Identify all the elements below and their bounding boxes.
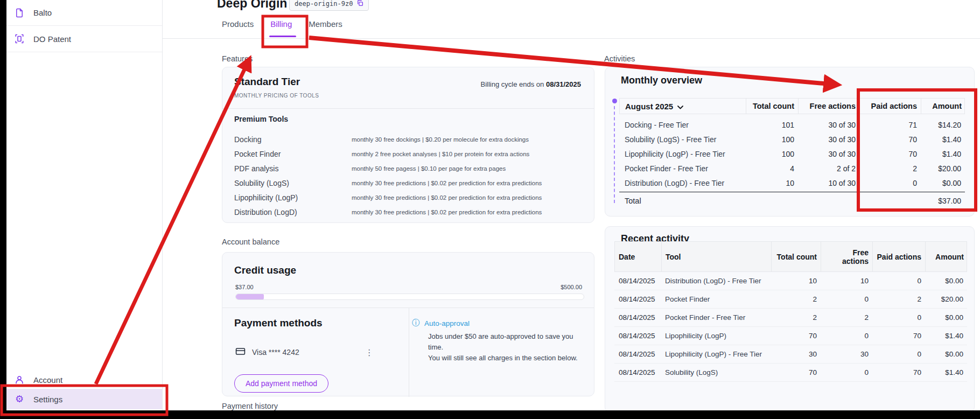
payment-methods-title: Payment methods: [234, 317, 323, 329]
row-paid-actions: 2: [859, 164, 921, 173]
left-letterbox: [0, 0, 6, 419]
table-row: Solubility (LogS) - Free Tier 100 30 of …: [619, 132, 965, 146]
monthly-overview-rows: Docking - Free Tier 101 30 of 30 71 $14.…: [619, 117, 965, 190]
row-tool: Distribution (LogD) - Free Tier: [619, 179, 746, 187]
row-amount: $20.00: [921, 164, 965, 173]
row-paid-actions: 70: [872, 364, 925, 381]
row-total-count: 2: [771, 309, 821, 326]
tool-row: Lipophilicity (LogP) monthly 30 free pre…: [234, 190, 583, 205]
row-tool: Solubility (LogS): [661, 364, 771, 381]
tool-row: Pocket Finder monthly 2 free pocket anal…: [234, 146, 583, 161]
copy-icon[interactable]: [356, 0, 363, 8]
row-paid-actions: 0: [872, 272, 925, 290]
row-free-actions: 0: [821, 364, 872, 381]
payment-card-row: Visa **** 4242 ⋮: [235, 346, 374, 358]
timeline-dot: [612, 99, 617, 103]
credit-usage-title: Credit usage: [234, 264, 296, 276]
row-paid-actions: 0: [859, 179, 921, 187]
column-header: Paid actions: [873, 242, 926, 271]
tab-billing[interactable]: Billing: [270, 19, 292, 29]
row-amount: $1.40: [921, 135, 965, 144]
credit-used-value: $37.00: [235, 284, 254, 290]
tool-pricing: monthly 50 free pagess | $0.10 per page …: [352, 165, 506, 172]
recent-activity-header: Date Tool Total count Free actions Paid …: [614, 241, 967, 272]
premium-tools-list: Docking monthly 30 free dockings | $0.20…: [234, 132, 583, 219]
card-vertical-divider: [409, 308, 409, 397]
chevron-down-icon: [677, 102, 683, 111]
row-free-actions: 2: [821, 309, 872, 326]
table-row: Lipophilicity (LogP) - Free Tier 100 30 …: [619, 146, 965, 161]
tool-pricing: monthly 30 free predictions | $0.02 per …: [352, 194, 542, 201]
row-date: 08/14/2025: [614, 309, 661, 326]
kebab-menu-icon[interactable]: ⋮: [365, 347, 374, 358]
org-id-chip[interactable]: deep-origin-9z0: [289, 0, 369, 11]
sidebar-item-label: DO Patent: [33, 34, 71, 44]
column-header: Total count: [772, 242, 821, 271]
row-amount: $1.40: [921, 150, 965, 158]
tab-products[interactable]: Products: [222, 19, 254, 29]
credit-usage-progress-fill: [236, 294, 264, 299]
row-free-actions: 10 of 30: [798, 179, 859, 187]
column-header: Total count: [746, 99, 799, 114]
sidebar-item-do-patent[interactable]: DO Patent: [6, 26, 162, 52]
tab-bar: Products Billing Members: [222, 19, 342, 29]
row-total-count: 10: [746, 179, 798, 187]
tool-name: Pocket Finder: [234, 150, 352, 158]
account-balance-card: Credit usage $37.00 $500.00 Payment meth…: [222, 252, 594, 396]
row-free-actions: 30 of 30: [798, 135, 859, 144]
row-total-count: 100: [746, 150, 798, 158]
tool-pricing: monthly 30 free dockings | $0.20 per mol…: [352, 136, 529, 143]
row-tool: Lipophilicity (LogP) - Free Tier: [661, 345, 771, 363]
row-total-count: 70: [771, 364, 821, 381]
document-brackets-icon: [14, 33, 25, 44]
row-free-actions: 10: [821, 272, 872, 290]
row-total-count: 70: [771, 327, 821, 345]
table-row: 08/14/2025 Lipophilicity (LogP) - Free T…: [614, 345, 967, 364]
column-header: Free actions: [821, 242, 873, 271]
credit-card-icon: [235, 346, 246, 358]
billing-cycle-date: 08/31/2025: [546, 80, 581, 88]
tool-name: Lipophilicity (LogP): [234, 193, 352, 202]
row-paid-actions: 0: [872, 345, 925, 363]
sidebar-item-account[interactable]: Account: [6, 373, 162, 387]
row-free-actions: 30: [821, 345, 872, 363]
tab-members[interactable]: Members: [309, 19, 342, 29]
timeline-dashed-line: [614, 106, 615, 203]
row-date: 08/14/2025: [614, 272, 661, 290]
table-row: 08/14/2025 Pocket Finder - Free Tier 2 2…: [614, 309, 967, 327]
table-row: Docking - Free Tier 101 30 of 30 71 $14.…: [619, 117, 965, 132]
row-amount: $0.00: [925, 272, 967, 290]
tier-title: Standard Tier: [234, 76, 300, 88]
table-row: 08/14/2025 Distribution (LogD) - Free Ti…: [614, 272, 967, 290]
tool-name: Distribution (LogD): [234, 208, 352, 217]
page-title: Deep Origin: [217, 0, 287, 11]
row-total-count: 100: [746, 135, 798, 144]
add-payment-method-button[interactable]: Add payment method: [234, 374, 328, 393]
gear-icon: ⚙: [14, 394, 25, 404]
billing-cycle-text: Billing cycle ends on 08/31/2025: [481, 80, 581, 88]
features-section-label: Features: [222, 54, 253, 63]
standard-tier-card: Standard Tier MONTHLY PRICING OF TOOLS B…: [222, 67, 594, 223]
row-total-count: 2: [771, 290, 821, 308]
row-tool: Distribution (LogD) - Free Tier: [661, 272, 771, 290]
sidebar-item-label: Settings: [33, 395, 62, 404]
tool-row: Distribution (LogD) monthly 30 free pred…: [234, 205, 583, 219]
account-balance-section-label: Account balance: [222, 238, 279, 246]
sidebar-item-balto[interactable]: Balto: [6, 0, 162, 26]
info-icon: ⓘ: [412, 318, 419, 328]
row-date: 08/14/2025: [614, 290, 661, 308]
month-selector[interactable]: August 2025: [620, 99, 746, 114]
billing-tab-underline: [269, 36, 296, 37]
column-header: Free actions: [799, 99, 860, 114]
row-paid-actions: 0: [872, 309, 925, 326]
row-paid-actions: 71: [859, 121, 921, 129]
recent-activity-table: Date Tool Total count Free actions Paid …: [614, 241, 967, 382]
recent-activity-rows: 08/14/2025 Distribution (LogD) - Free Ti…: [614, 272, 967, 382]
total-label: Total: [619, 197, 641, 205]
auto-approval-link[interactable]: ⓘ Auto-approval: [412, 318, 470, 328]
total-amount: $37.00: [938, 197, 965, 205]
row-paid-actions: 70: [872, 327, 925, 345]
credit-usage-progressbar: [235, 294, 584, 300]
sidebar-item-settings[interactable]: ⚙ Settings: [6, 389, 162, 409]
row-tool: Lipophilicity (LogP): [661, 327, 771, 345]
